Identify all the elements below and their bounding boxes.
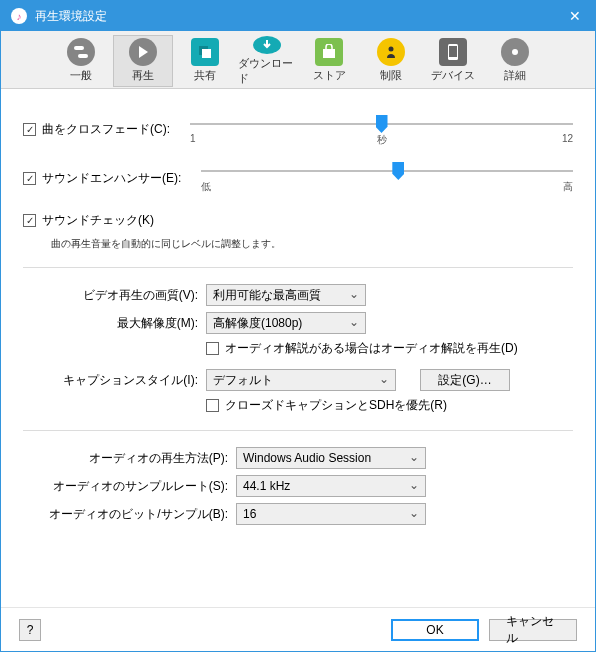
crossfade-min-label: 1 bbox=[190, 133, 196, 144]
tab-general-label: 一般 bbox=[70, 68, 92, 83]
closed-caption-row: クローズドキャプションとSDHを優先(R) bbox=[206, 397, 573, 414]
tab-advanced[interactable]: 詳細 bbox=[485, 35, 545, 87]
gear-icon bbox=[501, 38, 529, 66]
play-icon bbox=[129, 38, 157, 66]
svg-marker-2 bbox=[139, 46, 148, 58]
closed-caption-checkbox[interactable] bbox=[206, 399, 219, 412]
bits-label: オーディオのビット/サンプル(B): bbox=[23, 506, 228, 523]
download-icon bbox=[253, 36, 281, 54]
ok-button[interactable]: OK bbox=[391, 619, 479, 641]
caption-style-label: キャプションスタイル(I): bbox=[23, 372, 198, 389]
svg-rect-1 bbox=[78, 54, 88, 58]
samplerate-select[interactable]: 44.1 kHz bbox=[236, 475, 426, 497]
maxres-row: 最大解像度(M): 高解像度(1080p) bbox=[23, 312, 573, 334]
content-panel: ✓ 曲をクロスフェード(C): 1 秒 12 ✓ サウンドエンハンサー(E): bbox=[1, 89, 595, 607]
preferences-window: ♪ 再生環境設定 ✕ 一般 再生 共有 ダウンロード bbox=[0, 0, 596, 652]
maxres-select[interactable]: 高解像度(1080p) bbox=[206, 312, 366, 334]
soundcheck-row: ✓ サウンドチェック(K) bbox=[23, 212, 573, 229]
enhancer-slider-thumb[interactable] bbox=[392, 162, 404, 180]
audio-method-row: オーディオの再生方法(P): Windows Audio Session bbox=[23, 447, 573, 469]
crossfade-label: 曲をクロスフェード(C): bbox=[42, 121, 170, 138]
divider-1 bbox=[23, 267, 573, 268]
tab-store[interactable]: ストア bbox=[299, 35, 359, 87]
tab-restrictions-label: 制限 bbox=[380, 68, 402, 83]
toolbar: 一般 再生 共有 ダウンロード ストア bbox=[1, 31, 595, 89]
samplerate-row: オーディオのサンプルレート(S): 44.1 kHz bbox=[23, 475, 573, 497]
video-quality-select[interactable]: 利用可能な最高画質 bbox=[206, 284, 366, 306]
help-button[interactable]: ? bbox=[19, 619, 41, 641]
soundcheck-note: 曲の再生音量を自動的に同じレベルに調整します。 bbox=[51, 237, 573, 251]
crossfade-slider[interactable] bbox=[190, 123, 573, 125]
svg-rect-4 bbox=[202, 49, 211, 58]
store-icon bbox=[315, 38, 343, 66]
tab-store-label: ストア bbox=[313, 68, 346, 83]
crossfade-row: ✓ 曲をクロスフェード(C): 1 秒 12 bbox=[23, 115, 573, 144]
bits-select[interactable]: 16 bbox=[236, 503, 426, 525]
enhancer-checkbox[interactable]: ✓ bbox=[23, 172, 36, 185]
divider-2 bbox=[23, 430, 573, 431]
restrictions-icon bbox=[377, 38, 405, 66]
enhancer-row: ✓ サウンドエンハンサー(E): 低 高 bbox=[23, 162, 573, 194]
tab-downloads-label: ダウンロード bbox=[238, 56, 296, 86]
crossfade-checkbox[interactable]: ✓ bbox=[23, 123, 36, 136]
tab-restrictions[interactable]: 制限 bbox=[361, 35, 421, 87]
tab-devices-label: デバイス bbox=[431, 68, 475, 83]
bits-row: オーディオのビット/サンプル(B): 16 bbox=[23, 503, 573, 525]
cancel-button[interactable]: キャンセル bbox=[489, 619, 577, 641]
enhancer-label: サウンドエンハンサー(E): bbox=[42, 170, 181, 187]
tab-playback[interactable]: 再生 bbox=[113, 35, 173, 87]
svg-point-10 bbox=[512, 49, 518, 55]
svg-rect-11 bbox=[514, 43, 516, 46]
video-quality-label: ビデオ再生の画質(V): bbox=[23, 287, 198, 304]
enhancer-max-label: 高 bbox=[563, 180, 573, 194]
samplerate-label: オーディオのサンプルレート(S): bbox=[23, 478, 228, 495]
svg-rect-12 bbox=[514, 58, 516, 61]
audio-desc-label: オーディオ解説がある場合はオーディオ解説を再生(D) bbox=[225, 340, 518, 357]
tab-playback-label: 再生 bbox=[132, 68, 154, 83]
enhancer-slider-wrap: 低 高 bbox=[201, 162, 573, 194]
tab-sharing-label: 共有 bbox=[194, 68, 216, 83]
svg-rect-8 bbox=[449, 46, 457, 57]
titlebar: ♪ 再生環境設定 ✕ bbox=[1, 1, 595, 31]
device-icon bbox=[439, 38, 467, 66]
svg-rect-13 bbox=[506, 51, 509, 53]
caption-style-select[interactable]: デフォルト bbox=[206, 369, 396, 391]
tab-downloads[interactable]: ダウンロード bbox=[237, 35, 297, 87]
window-title: 再生環境設定 bbox=[35, 8, 565, 25]
tab-devices[interactable]: デバイス bbox=[423, 35, 483, 87]
share-icon bbox=[191, 38, 219, 66]
app-icon: ♪ bbox=[11, 8, 27, 24]
caption-style-row: キャプションスタイル(I): デフォルト 設定(G)… bbox=[23, 369, 573, 391]
maxres-label: 最大解像度(M): bbox=[23, 315, 198, 332]
crossfade-mid-label: 秒 bbox=[377, 133, 387, 147]
tab-sharing[interactable]: 共有 bbox=[175, 35, 235, 87]
soundcheck-label: サウンドチェック(K) bbox=[42, 212, 154, 229]
tab-advanced-label: 詳細 bbox=[504, 68, 526, 83]
svg-rect-14 bbox=[521, 51, 524, 53]
video-quality-row: ビデオ再生の画質(V): 利用可能な最高画質 bbox=[23, 284, 573, 306]
audio-method-select[interactable]: Windows Audio Session bbox=[236, 447, 426, 469]
switches-icon bbox=[67, 38, 95, 66]
crossfade-slider-wrap: 1 秒 12 bbox=[190, 115, 573, 144]
enhancer-slider[interactable] bbox=[201, 170, 573, 172]
crossfade-max-label: 12 bbox=[562, 133, 573, 144]
audio-desc-checkbox[interactable] bbox=[206, 342, 219, 355]
footer: ? OK キャンセル bbox=[1, 607, 595, 651]
close-icon[interactable]: ✕ bbox=[565, 8, 585, 24]
svg-rect-0 bbox=[74, 46, 84, 50]
svg-point-6 bbox=[389, 47, 394, 52]
svg-rect-5 bbox=[323, 49, 335, 58]
soundcheck-checkbox[interactable]: ✓ bbox=[23, 214, 36, 227]
crossfade-slider-thumb[interactable] bbox=[376, 115, 388, 133]
caption-settings-button[interactable]: 設定(G)… bbox=[420, 369, 510, 391]
audio-desc-row: オーディオ解説がある場合はオーディオ解説を再生(D) bbox=[206, 340, 573, 357]
enhancer-min-label: 低 bbox=[201, 180, 211, 194]
audio-method-label: オーディオの再生方法(P): bbox=[23, 450, 228, 467]
closed-caption-label: クローズドキャプションとSDHを優先(R) bbox=[225, 397, 447, 414]
tab-general[interactable]: 一般 bbox=[51, 35, 111, 87]
